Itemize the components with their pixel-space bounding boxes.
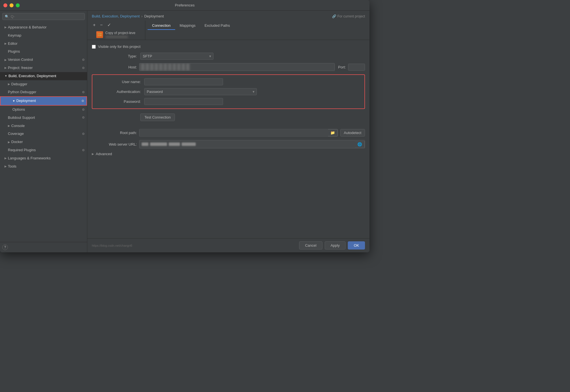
test-connection-button[interactable]: Test Connection bbox=[140, 113, 175, 121]
sidebar-item-tools[interactable]: ▶ Tools bbox=[0, 162, 87, 171]
tab-mappings-label: Mappings bbox=[180, 23, 195, 28]
chevron-right-icon-debugger: ▶ bbox=[8, 82, 10, 86]
web-url-label: Web server URL: bbox=[92, 142, 137, 146]
password-label: Password: bbox=[96, 99, 141, 104]
sidebar-item-required-plugins[interactable]: Required Plugins ⚙ bbox=[0, 146, 87, 154]
port-input[interactable]: 22 bbox=[348, 64, 365, 71]
port-section: Port: 22 bbox=[338, 64, 365, 71]
sidebar-label-options: Options bbox=[12, 107, 25, 113]
sidebar-label-editor: Editor bbox=[8, 41, 17, 47]
folder-icon-button[interactable]: 📁 bbox=[328, 129, 338, 136]
root-path-input[interactable]: /root bbox=[139, 130, 328, 136]
settings-icon-options: ⚙ bbox=[82, 107, 85, 112]
sidebar-item-console[interactable]: ▶ Console bbox=[0, 122, 87, 130]
chevron-right-icon-docker: ▶ bbox=[8, 140, 10, 144]
chevron-down-icon-build: ▼ bbox=[5, 74, 7, 78]
server-list-item[interactable]: Copy of project-leve bbox=[92, 29, 143, 40]
chevron-down-icon-deployment: ▼ bbox=[12, 99, 15, 103]
tab-mappings[interactable]: Mappings bbox=[175, 22, 200, 30]
sidebar-item-appearance[interactable]: ▶ Appearance & Behavior bbox=[0, 23, 87, 32]
add-button[interactable]: + bbox=[92, 22, 97, 28]
remove-button[interactable]: − bbox=[99, 22, 104, 28]
username-row: User name: root bbox=[96, 78, 361, 85]
search-icon: 🔍 bbox=[5, 15, 9, 19]
search-input[interactable] bbox=[11, 14, 82, 19]
settings-icon-coverage: ⚙ bbox=[82, 132, 85, 137]
password-row: Password: •••••••••• bbox=[96, 98, 361, 105]
server-item-info: Copy of project-leve bbox=[105, 31, 135, 38]
host-row: Host: Port: 22 bbox=[92, 63, 365, 71]
type-label: Type: bbox=[92, 54, 137, 58]
chevron-right-icon-vc: ▶ bbox=[5, 58, 7, 62]
autodetect-button[interactable]: Autodetect bbox=[340, 129, 365, 137]
ok-button[interactable]: OK bbox=[348, 241, 365, 250]
advanced-label: Advanced bbox=[96, 152, 112, 156]
sidebar-item-languages[interactable]: ▶ Languages & Frameworks bbox=[0, 154, 87, 162]
sidebar-item-deployment[interactable]: ▼ Deployment ⚙ bbox=[0, 96, 87, 106]
close-button[interactable] bbox=[3, 3, 7, 7]
chevron-right-icon-advanced: ▶ bbox=[92, 152, 94, 155]
sidebar-item-build-exec-deploy[interactable]: ▼ Build, Execution, Deployment bbox=[0, 72, 87, 80]
sidebar-label-plugins: Plugins bbox=[8, 49, 20, 55]
tab-connection[interactable]: Connection bbox=[148, 22, 175, 30]
auth-select[interactable]: Password Key pair (OpenSSH or PuTTY) Ope… bbox=[144, 88, 257, 95]
sidebar-item-python-debugger[interactable]: Python Debugger ⚙ bbox=[0, 88, 87, 96]
sidebar-item-keymap[interactable]: Keymap bbox=[0, 32, 87, 40]
sidebar-item-debugger[interactable]: ▶ Debugger bbox=[0, 80, 87, 88]
type-select-wrapper: SFTP FTP FTPS Local or mounted folder bbox=[140, 53, 213, 60]
titlebar: Preferences bbox=[0, 0, 369, 11]
server-icon bbox=[96, 31, 103, 38]
tab-excluded-paths[interactable]: Excluded Paths bbox=[200, 22, 234, 30]
server-item-sub bbox=[105, 36, 128, 38]
breadcrumb-current: Deployment bbox=[144, 14, 164, 18]
sidebar-item-plugins[interactable]: Plugins bbox=[0, 48, 87, 56]
host-section: Host: bbox=[92, 63, 335, 71]
sidebar-item-options[interactable]: Options ⚙ bbox=[0, 106, 87, 114]
sidebar-label-version-control: Version Control bbox=[8, 57, 33, 63]
sidebar-item-project-freezer[interactable]: ▶ Project: freezer ⚙ bbox=[0, 64, 87, 72]
window-controls[interactable] bbox=[3, 3, 20, 7]
visible-only-label: Visible only for this project bbox=[98, 44, 141, 49]
sidebar-item-docker[interactable]: ▶ Docker bbox=[0, 138, 87, 146]
host-label: Host: bbox=[92, 65, 137, 69]
auth-select-wrapper: Password Key pair (OpenSSH or PuTTY) Ope… bbox=[144, 88, 257, 95]
sidebar-item-coverage[interactable]: Coverage ⚙ bbox=[0, 130, 87, 138]
password-input[interactable]: •••••••••• bbox=[144, 98, 223, 105]
breadcrumb-parent[interactable]: Build, Execution, Deployment bbox=[92, 14, 140, 18]
content-body: Visible only for this project Type: SFTP… bbox=[87, 40, 369, 238]
sidebar-item-version-control[interactable]: ▶ Version Control ⚙ bbox=[0, 56, 87, 64]
breadcrumb: Build, Execution, Deployment › Deploymen… bbox=[92, 14, 365, 18]
type-row: Type: SFTP FTP FTPS Local or mounted fol… bbox=[92, 53, 365, 60]
sidebar-label-buildout: Buildout Support bbox=[8, 115, 35, 121]
sidebar-label-python-debugger: Python Debugger bbox=[8, 89, 36, 95]
minimize-button[interactable] bbox=[10, 3, 14, 7]
for-project: 🔗 For current project bbox=[332, 14, 365, 18]
sidebar-item-editor[interactable]: ▶ Editor bbox=[0, 40, 87, 48]
chevron-right-icon-languages: ▶ bbox=[5, 156, 7, 161]
username-input[interactable]: root bbox=[144, 78, 223, 85]
maximize-button[interactable] bbox=[16, 3, 20, 7]
main-layout: 🔍 ▶ Appearance & Behavior Keymap ▶ bbox=[0, 11, 369, 252]
sidebar-label-deployment: Deployment bbox=[16, 98, 36, 104]
root-path-label: Root path: bbox=[92, 131, 137, 135]
test-connection-wrapper: Test Connection bbox=[92, 112, 365, 124]
open-browser-button[interactable]: 🌐 bbox=[355, 141, 365, 148]
sidebar-label-debugger: Debugger bbox=[11, 81, 27, 87]
type-select[interactable]: SFTP FTP FTPS Local or mounted folder bbox=[140, 53, 213, 60]
visible-only-checkbox[interactable] bbox=[92, 45, 96, 49]
help-button[interactable]: ? bbox=[2, 244, 8, 250]
apply-button[interactable]: Apply bbox=[325, 241, 346, 250]
confirm-button[interactable]: ✓ bbox=[106, 22, 112, 28]
toolbar: + − ✓ bbox=[92, 21, 143, 29]
cancel-button[interactable]: Cancel bbox=[299, 241, 322, 250]
chevron-right-icon: ▶ bbox=[5, 25, 7, 30]
chevron-right-icon-project: ▶ bbox=[5, 66, 7, 70]
advanced-row[interactable]: ▶ Advanced bbox=[92, 152, 365, 156]
svg-point-2 bbox=[101, 34, 101, 34]
sidebar-item-buildout[interactable]: Buildout Support ⚙ bbox=[0, 114, 87, 122]
settings-icon-deployment: ⚙ bbox=[81, 99, 84, 104]
search-box[interactable]: 🔍 bbox=[2, 13, 85, 20]
sidebar-label-project-freezer: Project: freezer bbox=[8, 65, 33, 71]
visible-only-row: Visible only for this project bbox=[92, 44, 365, 49]
root-path-row: Root path: /root 📁 Autodetect bbox=[92, 129, 365, 137]
